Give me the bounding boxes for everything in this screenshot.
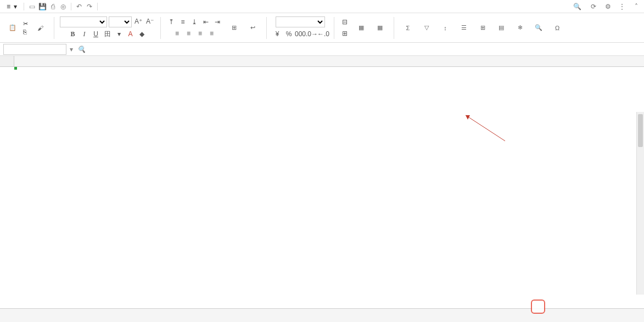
freeze-button[interactable]: ❄ bbox=[512, 15, 528, 41]
selection-indicator bbox=[14, 67, 16, 69]
formula-bar: ▾ 🔍 bbox=[0, 43, 644, 56]
sheet-tabs bbox=[0, 308, 644, 322]
percent-icon[interactable]: % bbox=[284, 29, 294, 39]
save-icon[interactable]: 💾 bbox=[38, 2, 47, 11]
highlight-button[interactable]: ◆ bbox=[137, 29, 147, 39]
search-icon: 🔍 bbox=[573, 3, 581, 10]
sync-icon[interactable]: ⟳ bbox=[589, 2, 598, 11]
decimal-dec-icon[interactable]: ←.0 bbox=[318, 29, 328, 39]
formula-input[interactable] bbox=[88, 44, 644, 55]
cell-style-icon[interactable]: ⊞ bbox=[340, 29, 350, 38]
scrollbar-thumb[interactable] bbox=[638, 114, 643, 147]
find-button[interactable]: 🔍 bbox=[530, 15, 547, 41]
copy-button[interactable]: ⎘ bbox=[23, 29, 30, 35]
ribbon: 📋 ✂ ⎘ 🖌 A⁺ A⁻ B I U 田 ▾ A ◆ ⤒ ≡ ⤓ ⇤ bbox=[0, 13, 644, 43]
symbol-icon: Ω bbox=[551, 22, 563, 34]
freeze-icon: ❄ bbox=[514, 22, 526, 34]
font-size-select[interactable] bbox=[109, 16, 132, 27]
merge-icon: ⊞ bbox=[228, 22, 240, 34]
decrease-font-icon[interactable]: A⁻ bbox=[145, 16, 155, 26]
underline-button[interactable]: U bbox=[91, 29, 101, 39]
italic-button[interactable]: I bbox=[80, 29, 89, 39]
namebox-chevron-icon[interactable]: ▾ bbox=[70, 46, 73, 53]
filter-icon: ▽ bbox=[421, 22, 433, 34]
indent-right-icon[interactable]: ⇥ bbox=[212, 17, 222, 27]
chevron-up-icon[interactable]: ˄ bbox=[632, 2, 641, 11]
font-color-button[interactable]: A bbox=[126, 29, 136, 39]
undo-icon[interactable]: ↶ bbox=[75, 2, 83, 11]
filter-button[interactable]: ▽ bbox=[418, 15, 435, 41]
redo-icon[interactable]: ↷ bbox=[85, 2, 94, 11]
justify-icon[interactable]: ≡ bbox=[207, 29, 217, 38]
rowcol-icon: ⊞ bbox=[477, 22, 489, 34]
column-headers bbox=[0, 56, 644, 67]
comma-icon[interactable]: 000 bbox=[295, 29, 305, 39]
align-left-icon[interactable]: ≡ bbox=[172, 29, 182, 38]
align-bottom-icon[interactable]: ⤓ bbox=[189, 17, 199, 27]
sort-icon: ↕ bbox=[439, 22, 451, 34]
border-button[interactable]: 田 bbox=[103, 29, 113, 39]
print-icon[interactable]: ⎙ bbox=[48, 2, 57, 11]
decimal-inc-icon[interactable]: .0→ bbox=[307, 29, 317, 39]
align-center-icon[interactable]: ≡ bbox=[184, 29, 194, 38]
vertical-scrollbar[interactable] bbox=[636, 112, 644, 295]
preview-icon[interactable]: ◎ bbox=[59, 2, 68, 11]
table-title bbox=[160, 67, 448, 89]
font-name-select[interactable] bbox=[60, 16, 107, 27]
menubar: ≡ ▾ ▭ 💾 ⎙ ◎ ↶ ↷ 🔍 ⟳ ⚙ ⋮ ˄ bbox=[0, 0, 644, 13]
name-box[interactable] bbox=[3, 44, 66, 55]
table-style-button[interactable]: ▦ bbox=[372, 15, 388, 41]
find-icon: 🔍 bbox=[533, 22, 545, 34]
worksheet-button[interactable]: ▤ bbox=[493, 15, 509, 41]
merge-center-button[interactable]: ⊞ bbox=[226, 15, 242, 41]
format-button[interactable]: ☰ bbox=[456, 15, 472, 41]
annotation-arrow bbox=[461, 111, 516, 155]
currency-icon[interactable]: ¥ bbox=[272, 29, 282, 39]
paste-button[interactable]: 📋 bbox=[4, 15, 21, 41]
cut-button[interactable]: ✂ bbox=[23, 20, 30, 27]
file-menu[interactable]: ≡ ▾ bbox=[3, 2, 20, 11]
align-right-icon[interactable]: ≡ bbox=[195, 29, 205, 38]
number-format-select[interactable] bbox=[276, 16, 325, 27]
search-box[interactable]: 🔍 bbox=[573, 3, 584, 10]
increase-font-icon[interactable]: A⁺ bbox=[133, 16, 143, 26]
indent-left-icon[interactable]: ⇤ bbox=[201, 17, 211, 27]
format-icon: ☰ bbox=[458, 22, 470, 34]
align-middle-icon[interactable]: ≡ bbox=[178, 17, 188, 27]
row-col-icon[interactable]: ⊟ bbox=[340, 17, 350, 27]
symbol-button[interactable]: Ω bbox=[549, 15, 565, 41]
align-top-icon[interactable]: ⤒ bbox=[166, 17, 176, 27]
bold-button[interactable]: B bbox=[68, 29, 78, 39]
wrap-icon: ↩ bbox=[247, 22, 259, 34]
fill-color-button[interactable]: ▾ bbox=[114, 29, 124, 39]
sum-icon: Σ bbox=[402, 22, 414, 34]
fx-label[interactable]: 🔍 bbox=[77, 46, 88, 53]
sheet-icon: ▤ bbox=[495, 22, 507, 34]
conditional-icon: ▦ bbox=[355, 22, 367, 34]
row-col-button[interactable]: ⊞ bbox=[474, 15, 491, 41]
svg-marker-1 bbox=[466, 115, 470, 120]
conditional-format-button[interactable]: ▦ bbox=[353, 15, 369, 41]
sum-button[interactable]: Σ bbox=[400, 15, 416, 41]
table-icon: ▦ bbox=[374, 22, 386, 34]
sort-button[interactable]: ↕ bbox=[437, 15, 453, 41]
settings-icon[interactable]: ⚙ bbox=[603, 2, 612, 11]
auto-wrap-button[interactable]: ↩ bbox=[244, 15, 261, 41]
more-icon[interactable]: ⋮ bbox=[618, 2, 626, 11]
svg-line-0 bbox=[466, 115, 505, 141]
open-icon[interactable]: ▭ bbox=[27, 2, 36, 11]
paste-icon: 📋 bbox=[7, 22, 19, 34]
brush-icon: 🖌 bbox=[34, 22, 46, 34]
sheet-area bbox=[0, 56, 644, 308]
select-all-corner[interactable] bbox=[0, 56, 14, 66]
format-painter-button[interactable]: 🖌 bbox=[32, 15, 48, 41]
